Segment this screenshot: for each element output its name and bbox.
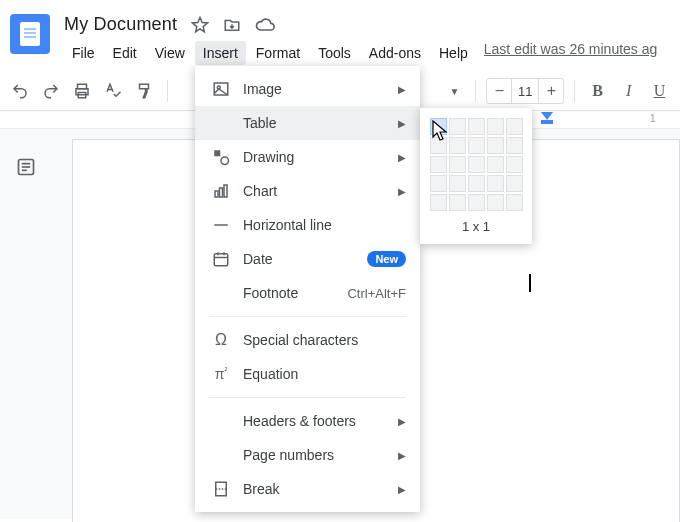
table-grid-cell[interactable] xyxy=(449,137,466,154)
menu-label: Date xyxy=(243,251,367,267)
redo-button[interactable] xyxy=(39,77,64,105)
image-icon xyxy=(209,80,233,98)
font-family-caret-icon[interactable]: ▼ xyxy=(444,86,466,97)
docs-logo[interactable] xyxy=(10,14,50,54)
star-icon[interactable] xyxy=(191,16,209,34)
toolbar-separator xyxy=(475,80,476,102)
insert-footnote[interactable]: Footnote Ctrl+Alt+F xyxy=(195,276,420,310)
submenu-arrow-icon: ▶ xyxy=(398,84,406,95)
menu-file[interactable]: File xyxy=(64,41,103,65)
table-grid-cell[interactable] xyxy=(487,118,504,135)
insert-date[interactable]: Date New xyxy=(195,242,420,276)
table-grid-cell[interactable] xyxy=(430,137,447,154)
svg-rect-4 xyxy=(541,120,553,124)
table-grid-cell[interactable] xyxy=(506,175,523,192)
document-title[interactable]: My Document xyxy=(64,14,177,35)
table-grid-cell[interactable] xyxy=(430,175,447,192)
table-grid-cell[interactable] xyxy=(468,137,485,154)
svg-rect-15 xyxy=(224,185,227,197)
move-icon[interactable] xyxy=(223,16,241,34)
table-grid-cell[interactable] xyxy=(506,137,523,154)
submenu-arrow-icon: ▶ xyxy=(398,152,406,163)
table-grid-cell[interactable] xyxy=(430,194,447,211)
table-grid-cell[interactable] xyxy=(449,156,466,173)
table-grid-cell[interactable] xyxy=(506,118,523,135)
menu-format[interactable]: Format xyxy=(248,41,308,65)
insert-break[interactable]: Break ▶ xyxy=(195,472,420,506)
table-grid-cell[interactable] xyxy=(506,156,523,173)
outline-panel xyxy=(0,129,52,519)
italic-button[interactable]: I xyxy=(616,77,641,105)
submenu-arrow-icon: ▶ xyxy=(398,186,406,197)
insert-horizontal-line[interactable]: Horizontal line xyxy=(195,208,420,242)
table-size-submenu: 1 x 1 xyxy=(420,108,532,244)
menu-label: Equation xyxy=(243,366,406,382)
table-grid-cell[interactable] xyxy=(449,118,466,135)
table-size-grid[interactable] xyxy=(430,118,522,211)
bold-button[interactable]: B xyxy=(585,77,610,105)
menu-label: Page numbers xyxy=(243,447,398,463)
insert-table[interactable]: Table ▶ xyxy=(195,106,420,140)
svg-point-12 xyxy=(221,157,229,165)
submenu-arrow-icon: ▶ xyxy=(398,118,406,129)
menu-help[interactable]: Help xyxy=(431,41,476,65)
last-edit-link[interactable]: Last edit was 26 minutes ag xyxy=(484,41,658,65)
menu-view[interactable]: View xyxy=(147,41,193,65)
table-grid-cell[interactable] xyxy=(487,156,504,173)
print-button[interactable] xyxy=(70,77,95,105)
svg-rect-13 xyxy=(215,191,218,197)
paint-format-button[interactable] xyxy=(132,77,157,105)
horizontal-line-icon xyxy=(209,216,233,234)
table-grid-cell[interactable] xyxy=(430,118,447,135)
spellcheck-button[interactable] xyxy=(101,77,126,105)
table-grid-cell[interactable] xyxy=(449,194,466,211)
table-grid-cell[interactable] xyxy=(430,156,447,173)
table-grid-cell[interactable] xyxy=(487,194,504,211)
indent-marker-icon[interactable] xyxy=(540,111,552,123)
svg-rect-14 xyxy=(220,188,223,197)
new-badge: New xyxy=(367,251,406,267)
menu-separator xyxy=(209,397,406,398)
menu-label: Drawing xyxy=(243,149,398,165)
submenu-arrow-icon: ▶ xyxy=(398,484,406,495)
table-grid-cell[interactable] xyxy=(487,137,504,154)
menu-label: Footnote xyxy=(243,285,347,301)
insert-equation[interactable]: π² Equation xyxy=(195,357,420,391)
outline-icon[interactable] xyxy=(16,157,36,519)
font-size-increase[interactable]: + xyxy=(539,79,563,103)
table-grid-cell[interactable] xyxy=(449,175,466,192)
menu-tools[interactable]: Tools xyxy=(310,41,359,65)
table-grid-cell[interactable] xyxy=(468,175,485,192)
undo-button[interactable] xyxy=(8,77,33,105)
pi-icon: π² xyxy=(209,366,233,382)
table-grid-cell[interactable] xyxy=(468,194,485,211)
font-size-value[interactable]: 11 xyxy=(511,79,539,103)
insert-page-numbers[interactable]: Page numbers ▶ xyxy=(195,438,420,472)
table-grid-cell[interactable] xyxy=(468,156,485,173)
insert-special-chars[interactable]: Ω Special characters xyxy=(195,323,420,357)
ruler-tick: 1 xyxy=(650,113,656,124)
submenu-arrow-icon: ▶ xyxy=(398,450,406,461)
date-icon xyxy=(209,250,233,268)
insert-image[interactable]: Image ▶ xyxy=(195,72,420,106)
menu-addons[interactable]: Add-ons xyxy=(361,41,429,65)
toolbar-separator xyxy=(574,80,575,102)
insert-chart[interactable]: Chart ▶ xyxy=(195,174,420,208)
svg-rect-21 xyxy=(216,482,227,496)
table-grid-cell[interactable] xyxy=(468,118,485,135)
svg-rect-11 xyxy=(214,150,220,156)
cloud-status-icon[interactable] xyxy=(255,15,275,35)
menu-insert[interactable]: Insert xyxy=(195,41,246,65)
svg-rect-17 xyxy=(214,254,228,266)
font-size-decrease[interactable]: − xyxy=(487,79,511,103)
table-grid-cell[interactable] xyxy=(506,194,523,211)
insert-headers-footers[interactable]: Headers & footers ▶ xyxy=(195,404,420,438)
insert-drawing[interactable]: Drawing ▶ xyxy=(195,140,420,174)
text-cursor xyxy=(529,274,531,292)
menu-edit[interactable]: Edit xyxy=(105,41,145,65)
underline-button[interactable]: U xyxy=(647,77,672,105)
font-size-control: − 11 + xyxy=(486,78,564,104)
menu-label: Special characters xyxy=(243,332,406,348)
table-grid-cell[interactable] xyxy=(487,175,504,192)
svg-marker-3 xyxy=(541,112,553,120)
